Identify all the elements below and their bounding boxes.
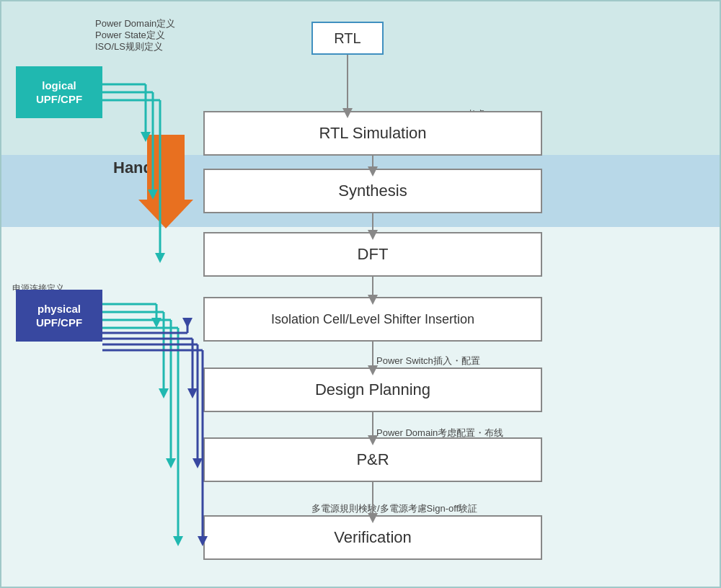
orange-arrow-body: [147, 135, 185, 200]
svg-marker-22: [155, 253, 165, 263]
annotation-multi-power: 多電源規則検験/多電源考慮Sign-off験証: [311, 502, 477, 515]
annotation-iso-ls: ISO/LS规则定义: [95, 40, 163, 53]
dft-box: DFT: [203, 232, 542, 277]
physical-upf-line1: physical: [36, 302, 82, 316]
par-box: P&R: [203, 437, 542, 482]
logical-upf-box: logical UPF/CPF: [16, 66, 102, 118]
logical-upf-line2: UPF/CPF: [36, 92, 82, 107]
svg-marker-37: [182, 318, 193, 328]
design-planning-label: Design Planning: [315, 380, 430, 399]
orange-arrow-head: [138, 200, 193, 228]
design-planning-box: Design Planning: [203, 368, 542, 412]
content: Power Domain定义 Power State定义 ISO/LS规则定义 …: [1, 1, 721, 588]
svg-marker-40: [187, 388, 198, 398]
svg-marker-34: [173, 536, 183, 546]
rtl-simulation-box: RTL Simulation: [203, 111, 542, 156]
verification-label: Verification: [334, 528, 412, 547]
annotation-power-switch: Power Switch插入・配置: [376, 355, 480, 368]
connectors-svg: [1, 1, 721, 588]
isolation-box: Isolation Cell/Level Shifter Insertion: [203, 297, 542, 342]
svg-marker-25: [151, 318, 162, 328]
dft-label: DFT: [358, 245, 389, 264]
synthesis-box: Synthesis: [203, 169, 542, 213]
isolation-label: Isolation Cell/Level Shifter Insertion: [271, 312, 474, 327]
logical-upf-line1: logical: [36, 79, 82, 93]
rtl-label: RTL: [334, 30, 360, 47]
svg-marker-43: [193, 458, 203, 468]
svg-marker-28: [159, 388, 169, 398]
verification-box: Verification: [203, 515, 542, 560]
rtl-simulation-label: RTL Simulation: [319, 124, 426, 143]
physical-upf-line2: UPF/CPF: [36, 316, 82, 330]
rtl-box: RTL: [311, 22, 384, 55]
physical-upf-box: physical UPF/CPF: [16, 290, 102, 342]
svg-marker-31: [166, 458, 176, 468]
par-label: P&R: [356, 450, 389, 469]
outer-container: Power Domain定义 Power State定义 ISO/LS规则定义 …: [0, 0, 721, 588]
synthesis-label: Synthesis: [338, 182, 407, 200]
handoff-arrow: [138, 135, 193, 228]
